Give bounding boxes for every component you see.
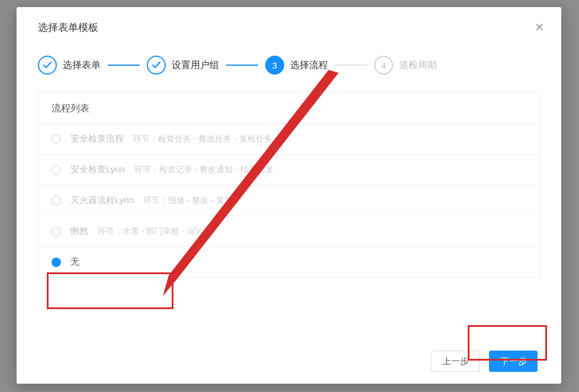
flow-option-row[interactable]: 灭火器流程Lynn 环节：报修 - 整改 - 复查 [38, 185, 539, 216]
step-number-badge: 3 [265, 56, 284, 75]
flow-desc: 环节：检查任务 - 整改任务 - 复检任务 [133, 134, 272, 144]
flow-option-row[interactable]: 安全检查流程 环节：检查任务 - 整改任务 - 复检任务 [38, 123, 539, 154]
flow-name: 恻然 [70, 226, 88, 237]
radio-icon [52, 196, 61, 205]
radio-icon [52, 165, 61, 175]
step-select-flow[interactable]: 3 选择流程 [265, 56, 328, 75]
radio-icon [52, 134, 61, 144]
flow-desc: 环节：报修 - 整改 - 复查 [143, 195, 233, 206]
step-inspection-cycle: 4 巡检周期 [374, 56, 437, 75]
step-label: 设置用户组 [172, 59, 219, 72]
wizard-stepper: 选择表单 设置用户组 3 选择流程 4 巡检周期 [17, 44, 561, 91]
close-icon[interactable]: ✕ [532, 19, 547, 36]
step-label: 选择表单 [63, 59, 101, 72]
flow-name: 无 [70, 256, 79, 268]
step-label: 巡检周期 [399, 59, 437, 72]
flow-list-header: 流程列表 [38, 92, 539, 123]
flow-name: 安全检查流程 [70, 133, 124, 144]
step-number-badge: 4 [374, 56, 393, 75]
flow-desc: 环节：水库 - 部门审批 - 深V [98, 226, 201, 237]
prev-button[interactable]: 上一步 [431, 351, 480, 372]
flow-option-row[interactable]: 安全检查Lynn 环节：检查记录 - 整改通知 - 结果回复 [38, 154, 539, 185]
check-icon [38, 56, 57, 75]
flow-option-row[interactable]: 恻然 环节：水库 - 部门审批 - 深V [38, 216, 539, 246]
step-connector [108, 65, 140, 66]
flow-option-none[interactable]: 无 [38, 246, 539, 277]
flow-name: 安全检查Lynn [70, 164, 125, 175]
modal-title: 选择表单模板 [38, 21, 98, 34]
check-icon [147, 56, 166, 75]
next-button[interactable]: 下一步 [489, 351, 538, 372]
modal-footer: 上一步 下一步 [17, 335, 561, 384]
step-connector [226, 65, 258, 66]
step-connector [335, 65, 367, 66]
flow-list-panel: 流程列表 安全检查流程 环节：检查任务 - 整改任务 - 复检任务 安全检查Ly… [38, 91, 540, 278]
step-label: 选择流程 [290, 59, 328, 72]
flow-desc: 环节：检查记录 - 整改通知 - 结果回复 [134, 165, 274, 175]
radio-selected-icon [52, 258, 61, 267]
step-select-form[interactable]: 选择表单 [38, 56, 101, 75]
modal-header: 选择表单模板 ✕ [17, 7, 561, 44]
form-template-modal: 选择表单模板 ✕ 选择表单 设置用户组 3 选择流程 4 巡检周期 流程列表 [17, 7, 561, 384]
step-user-group[interactable]: 设置用户组 [147, 56, 219, 75]
radio-icon [52, 227, 61, 236]
flow-name: 灭火器流程Lynn [70, 195, 134, 206]
